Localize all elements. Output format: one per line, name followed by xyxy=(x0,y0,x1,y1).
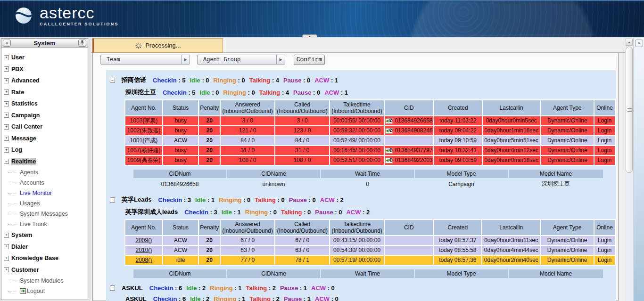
column-header: Wait Time xyxy=(321,269,414,278)
stat-value: : 4 xyxy=(270,77,279,84)
stat-label: Pause xyxy=(293,89,311,96)
penalty-cell: 20 xyxy=(199,256,220,265)
sidebar-item-customer[interactable]: +Customer xyxy=(4,264,88,276)
expand-icon[interactable]: + xyxy=(4,113,9,118)
agent-no-cell[interactable]: 1001(严成) xyxy=(125,136,162,145)
sidebar-item-realtime[interactable]: −Realtime xyxy=(4,156,88,168)
agent-no-cell[interactable]: 2010() xyxy=(125,246,162,255)
tab-processing[interactable]: Processing... xyxy=(92,38,223,53)
expand-icon[interactable]: + xyxy=(4,136,9,141)
sidebar-item-system-messages[interactable]: System Messages xyxy=(8,209,88,219)
cid-data-cell: 0 xyxy=(321,179,414,189)
sidebar-item-label: Message xyxy=(11,135,36,142)
expand-icon[interactable]: + xyxy=(4,233,9,238)
sidebar-item-logout[interactable]: ➜Logout xyxy=(8,286,88,296)
tab-bar: Processing... xyxy=(91,38,625,53)
sidebar-collapse-icon[interactable]: « xyxy=(3,40,11,47)
agent-no-cell[interactable]: 2008() xyxy=(125,256,162,265)
stat-checkin: Checkin : 6 xyxy=(149,285,182,292)
agent-group-dropdown-label: Agent Group xyxy=(198,57,276,63)
sidebar-item-usages[interactable]: Usages xyxy=(8,198,88,209)
called-cell: 108 / 0 xyxy=(275,156,329,165)
expand-icon[interactable]: + xyxy=(4,244,9,249)
collapse-icon[interactable]: − xyxy=(4,159,9,164)
sidebar-item-accounts[interactable]: Accounts xyxy=(8,178,88,188)
scrollbar-thumb[interactable] xyxy=(626,47,633,173)
column-header: CIDNum xyxy=(133,269,226,278)
sidebar-item-pbx[interactable]: +PBX xyxy=(4,64,88,75)
expand-icon[interactable]: + xyxy=(4,147,9,153)
expand-icon[interactable]: + xyxy=(4,66,9,72)
cid-table: CIDNumCIDNameWait TimeModel TypeModel Na… xyxy=(132,169,604,190)
sidebar-item-system[interactable]: +System xyxy=(4,229,88,241)
sidebar-item-user[interactable]: +User xyxy=(4,52,88,64)
expand-icon[interactable]: + xyxy=(4,101,9,106)
column-header: Talkedtime(Inbound/Outbound) xyxy=(330,100,384,115)
chevron-right-icon[interactable]: ▶ xyxy=(276,55,285,64)
pin-icon[interactable] xyxy=(78,40,86,47)
expand-icon[interactable]: + xyxy=(4,78,9,83)
expand-icon[interactable]: + xyxy=(4,89,9,95)
online-cell: Login xyxy=(594,256,615,265)
cid-value: ◀✆013684908246 xyxy=(385,127,433,134)
cid-cell-wrap xyxy=(385,236,433,245)
arrow-glyph: ◀ xyxy=(386,149,388,153)
created-cell: today 08:57:36 xyxy=(434,256,481,265)
sidebar-item-message[interactable]: +Message xyxy=(4,133,88,145)
tab-processing-label: Processing... xyxy=(145,42,181,49)
status-cell: busy xyxy=(163,146,198,155)
tree-connector xyxy=(8,203,16,204)
sidebar-item-label: PBX xyxy=(11,66,24,73)
column-header: Created xyxy=(434,220,481,235)
sidebar-item-rate[interactable]: +Rate xyxy=(4,87,88,98)
stat-label: Idle xyxy=(195,196,206,203)
collapse-icon[interactable]: − xyxy=(110,197,115,203)
sidebar-item-knowledge-base[interactable]: +Knowledge Base xyxy=(4,252,88,264)
sidebar-item-advanced[interactable]: +Advanced xyxy=(4,75,88,87)
status-cell: ACW xyxy=(163,236,198,245)
arrow-glyph: ◀ xyxy=(386,159,388,163)
sidebar-item-agents[interactable]: Agents xyxy=(8,167,88,178)
column-header: Created xyxy=(434,100,482,115)
expand-panel-icon[interactable]: « xyxy=(635,40,643,47)
expand-icon[interactable]: + xyxy=(4,256,9,261)
agent-group-dropdown[interactable]: Agent Group ▶ xyxy=(197,55,285,65)
sidebar-item-dialer[interactable]: +Dialer xyxy=(4,241,88,253)
scroll-up-icon[interactable]: ▲ xyxy=(626,39,633,46)
expand-icon[interactable]: + xyxy=(4,55,9,60)
sidebar-item-live-trunk[interactable]: Live Trunk xyxy=(8,219,88,229)
stat-value: : 5 xyxy=(177,77,186,84)
stat-value: : 0 xyxy=(242,196,251,203)
sidebar-item-statistics[interactable]: +Statistics xyxy=(4,98,88,110)
collapse-icon[interactable]: − xyxy=(110,78,115,83)
talkedtime-cell: 00:43:15/ 00:00:00 xyxy=(330,236,384,245)
cid-cell-wrap xyxy=(385,246,433,255)
collapse-icon[interactable]: − xyxy=(110,285,115,291)
cid-number: 013684908246 xyxy=(395,127,432,134)
created-cell: today 09:10:59 xyxy=(434,136,482,145)
stat-idle: Idle : 0 xyxy=(190,77,209,84)
expand-icon[interactable]: + xyxy=(4,124,9,130)
sidebar-item-system-modules[interactable]: System Modules xyxy=(8,276,88,286)
confirm-button[interactable]: Confirm xyxy=(294,55,325,65)
sidebar-item-log[interactable]: +Log xyxy=(4,144,88,156)
phone-glyph: ✆ xyxy=(389,119,393,123)
vertical-scrollbar[interactable]: ▲ xyxy=(625,38,633,301)
cid-data-cell: Campaign xyxy=(415,179,508,189)
sidebar-item-call-center[interactable]: +Call Center xyxy=(4,121,88,133)
sidebar-item-live-monitor[interactable]: Live Monitor xyxy=(8,188,88,198)
expand-icon[interactable]: + xyxy=(4,267,9,272)
sidebar-item-label: System Messages xyxy=(20,211,68,217)
penalty-cell: 20 xyxy=(199,246,220,255)
team-dropdown[interactable]: Team ▶ xyxy=(100,55,190,65)
agent-row: 1009(高春荣)busy20108 / 0108 / 000:52:51/ 0… xyxy=(125,156,615,165)
column-header: Called(Inbound/Outbound) xyxy=(275,220,329,235)
sidebar-item-campaign[interactable]: +Campaign xyxy=(4,110,88,122)
cid-number: 013684926658 xyxy=(395,117,432,124)
stat-checkin: Checkin : 5 xyxy=(153,77,185,84)
arrow-glyph: ◀ xyxy=(386,119,388,123)
stat-talking: Talking : 2 xyxy=(250,295,280,301)
agent-no-cell[interactable]: 2009() xyxy=(125,236,162,245)
chevron-right-icon[interactable]: ▶ xyxy=(181,55,190,64)
group-title-row: −招商信诺Checkin : 5Idle : 0Ringing : 0Talki… xyxy=(110,76,616,84)
